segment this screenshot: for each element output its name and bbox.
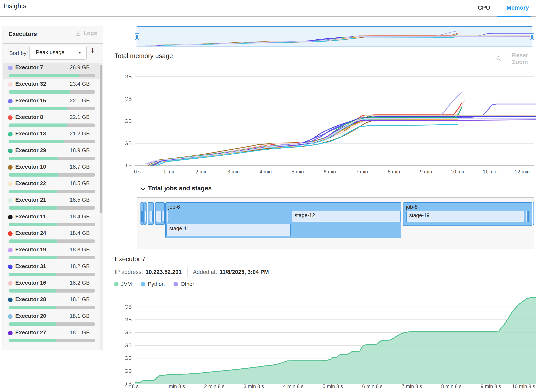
executor-usage-bar: [9, 157, 95, 160]
memory-type-legend: JVMPythonOther: [114, 281, 194, 287]
legend-label: Other: [181, 281, 194, 287]
download-icon: [75, 31, 81, 36]
tab-cpu[interactable]: CPU: [478, 4, 490, 11]
executor-row[interactable]: Executor 1018.7 GB: [3, 162, 99, 179]
jobs-section-title[interactable]: Total jobs and stages: [148, 185, 212, 192]
ip-label: IP address:: [115, 269, 143, 275]
stage-block[interactable]: [527, 211, 529, 222]
sort-select[interactable]: Peak usage ▼: [29, 46, 87, 60]
executor-usage-bar-fill: [9, 74, 79, 77]
executor-row[interactable]: Executor 822.1 GB: [3, 113, 99, 129]
legend-item-jvm: JVM: [114, 281, 132, 287]
legend-label: JVM: [121, 281, 132, 287]
stage-block[interactable]: [529, 211, 530, 222]
svg-text:16 GB: 16 GB: [125, 330, 132, 335]
job-block[interactable]: [533, 202, 534, 225]
executor-row[interactable]: Executor 2118.5 GB: [3, 195, 99, 212]
stage-block[interactable]: [145, 211, 146, 222]
svg-text:1 min: 1 min: [163, 169, 176, 174]
legend-dot: [174, 282, 178, 286]
sort-direction-button[interactable]: ↓: [90, 45, 94, 54]
svg-text:4 GB: 4 GB: [125, 368, 132, 374]
executor-peak-value: 26.9 GB: [70, 64, 90, 71]
added-at-value: 11/8/2023, 3:04 PM: [220, 269, 269, 275]
executor-row[interactable]: Executor 1118.4 GB: [3, 212, 99, 229]
legend-dot: [114, 282, 118, 286]
svg-text:24 GB: 24 GB: [125, 96, 132, 102]
stage-block[interactable]: [156, 211, 162, 222]
executor-row[interactable]: Executor 1321.2 GB: [3, 129, 99, 146]
executor-row[interactable]: Executor 2218.5 GB: [3, 179, 99, 195]
executor-row[interactable]: Executor 1618.2 GB: [3, 278, 99, 295]
svg-text:3 min 8 s: 3 min 8 s: [244, 383, 264, 389]
svg-text:20 GB: 20 GB: [125, 317, 132, 322]
overview-brush-chart[interactable]: [134, 25, 536, 48]
executor-peak-value: 22.1 GB: [70, 114, 90, 120]
svg-text:8 s: 8 s: [132, 383, 139, 389]
executor-usage-bar-fill: [9, 157, 58, 160]
executor-row[interactable]: Executor 1522.1 GB: [3, 96, 99, 113]
stage-block[interactable]: [162, 211, 164, 222]
stage-block[interactable]: [149, 211, 153, 222]
brush-handle-right[interactable]: [530, 33, 534, 40]
svg-text:4 min: 4 min: [259, 169, 272, 174]
executor-color-dot: [8, 231, 13, 236]
executor-usage-bar: [9, 140, 95, 143]
executor-usage-bar: [9, 206, 95, 210]
logs-button[interactable]: Logs: [74, 30, 99, 37]
executor-name: Executor 16: [15, 280, 46, 286]
svg-text:2 min: 2 min: [195, 169, 207, 174]
executor-usage-bar-fill: [9, 306, 56, 309]
caret-down-icon: ▼: [78, 51, 81, 55]
executor-peak-value: 18.5 GB: [70, 197, 90, 203]
reset-zoom-label: Reset Zoom: [505, 52, 535, 65]
executor-name: Executor 7: [15, 64, 43, 71]
executor-row[interactable]: Executor 2918.9 GB: [3, 146, 99, 162]
executor-row[interactable]: Executor 726.9 GB: [3, 63, 99, 79]
svg-text:32 GB: 32 GB: [125, 74, 132, 79]
svg-text:12 min: 12 min: [515, 169, 530, 174]
stage-12-block[interactable]: stage-12: [292, 211, 400, 222]
executor-usage-bar: [9, 190, 95, 193]
executor-usage-bar-fill: [9, 256, 57, 259]
executor-row[interactable]: Executor 2818.1 GB: [3, 295, 99, 311]
executor-name: Executor 28: [15, 296, 46, 303]
sort-row: Sort by: Peak usage ▼ ↓: [3, 44, 103, 62]
executor-usage-bar-fill: [9, 173, 58, 177]
executor-usage-bar-fill: [9, 190, 57, 193]
tab-memory[interactable]: Memory: [507, 4, 529, 11]
executor-peak-value: 18.2 GB: [70, 280, 90, 286]
executor-name: Executor 29: [15, 147, 46, 154]
stage-11-block[interactable]: stage-11: [166, 224, 291, 236]
chevron-down-icon[interactable]: [140, 186, 146, 192]
executors-header: Executors Logs: [3, 26, 103, 44]
stage-19-block[interactable]: stage-19: [406, 211, 525, 222]
block-label: stage-12: [295, 212, 315, 218]
executor-usage-bar: [9, 90, 95, 94]
executor-color-dot: [8, 182, 13, 186]
executor-row[interactable]: Executor 2418.4 GB: [3, 229, 99, 245]
executor-row[interactable]: Executor 2718.1 GB: [3, 328, 99, 345]
stage-block[interactable]: [141, 211, 143, 222]
svg-text:10 min 8 s: 10 min 8 s: [512, 383, 535, 389]
executor-row[interactable]: Executor 3118.2 GB: [3, 262, 99, 278]
svg-text:9 min: 9 min: [420, 169, 432, 174]
executor-usage-bar-fill: [9, 239, 57, 243]
executor-peak-value: 18.3 GB: [70, 246, 90, 253]
stage-block[interactable]: [526, 211, 527, 222]
active-tab-indicator: [497, 16, 531, 17]
brush-handle-left[interactable]: [135, 33, 139, 40]
reset-zoom-button[interactable]: Reset Zoom: [495, 52, 536, 66]
executor-name: Executor 27: [15, 329, 46, 336]
stage-block[interactable]: [167, 211, 169, 222]
memory-series-executor-7: [147, 92, 462, 164]
svg-text:10 min: 10 min: [451, 169, 465, 174]
executor-row[interactable]: Executor 2018.1 GB: [3, 312, 99, 328]
svg-text:0 s: 0 s: [134, 169, 141, 174]
scrollbar-thumb[interactable]: [100, 65, 103, 213]
header-divider: [0, 16, 536, 17]
executor-usage-bar-fill: [9, 90, 70, 94]
executor-row[interactable]: Executor 3223.4 GB: [3, 79, 99, 96]
executor-color-dot: [8, 132, 13, 136]
executor-row[interactable]: Executor 1918.3 GB: [3, 245, 99, 262]
